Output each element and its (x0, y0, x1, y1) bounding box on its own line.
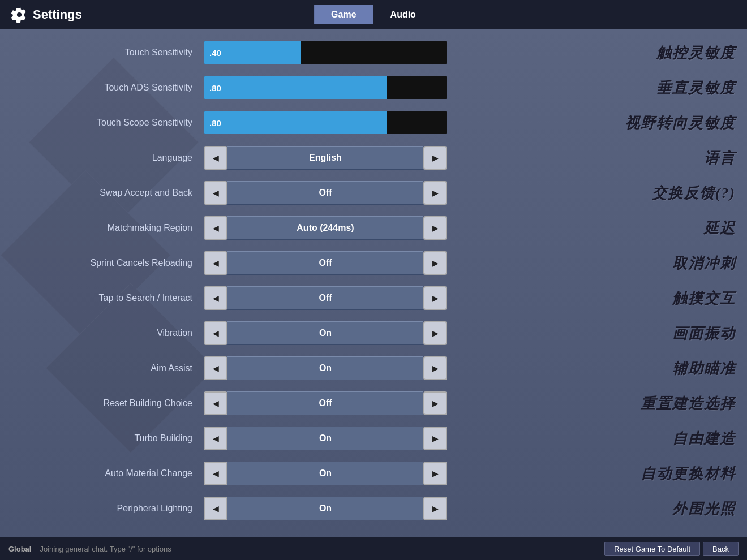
chinese-reset-building-choice: 重置建造选择 (641, 394, 736, 413)
reset-game-button[interactable]: Reset Game To Default (604, 542, 700, 556)
slider-value-touch-sensitivity: .40 (209, 48, 221, 58)
setting-row-touch-sensitivity: Touch Sensitivity .40 触控灵敏度 (0, 35, 747, 70)
label-touch-scope-sensitivity: Touch Scope Sensitivity (11, 118, 204, 128)
label-matchmaking-region: Matchmaking Region (11, 223, 204, 233)
back-button[interactable]: Back (703, 542, 739, 556)
chinese-touch-scope-sensitivity: 视野转向灵敏度 (625, 113, 736, 133)
setting-row-tap-to-search: Tap to Search / Interact ◀ Off ▶ 触摸交互 (0, 281, 747, 316)
label-sprint-cancels-reloading: Sprint Cancels Reloading (11, 258, 204, 268)
toggle-value-sprint-cancels-reloading: Off (227, 251, 423, 275)
arrow-right-tap-to-search[interactable]: ▶ (423, 286, 447, 310)
toggle-value-matchmaking-region: Auto (244ms) (227, 216, 423, 240)
chinese-vibration: 画面振动 (672, 324, 736, 343)
arrow-right-reset-building-choice[interactable]: ▶ (423, 391, 447, 415)
chinese-language: 语言 (704, 148, 736, 168)
chinese-matchmaking-region: 延迟 (704, 218, 736, 238)
arrow-right-turbo-building[interactable]: ▶ (423, 427, 447, 450)
arrow-left-swap-accept-back[interactable]: ◀ (204, 181, 227, 205)
arrow-left-peripheral-lighting[interactable]: ◀ (204, 497, 227, 520)
label-reset-building-choice: Reset Building Choice (11, 398, 204, 408)
app-title: Settings (11, 7, 82, 23)
slider-track-touch-scope-sensitivity[interactable]: .80 (204, 111, 447, 134)
label-aim-assist: Aim Assist (11, 363, 204, 373)
toggle-controls-vibration: ◀ On ▶ (204, 321, 447, 345)
arrow-left-vibration[interactable]: ◀ (204, 321, 227, 345)
label-tap-to-search: Tap to Search / Interact (11, 293, 204, 303)
chinese-touch-ads-sensitivity: 垂直灵敏度 (656, 78, 736, 98)
label-auto-material-change: Auto Material Change (11, 468, 204, 479)
toggle-value-swap-accept-back: Off (227, 181, 423, 205)
setting-row-peripheral-lighting: Peripheral Lighting ◀ On ▶ 外围光照 (0, 491, 747, 526)
main-content: Touch Sensitivity .40 触控灵敏度 Touch ADS Se… (0, 29, 747, 537)
arrow-left-reset-building-choice[interactable]: ◀ (204, 391, 227, 415)
arrow-left-matchmaking-region[interactable]: ◀ (204, 216, 227, 240)
toggle-controls-tap-to-search: ◀ Off ▶ (204, 286, 447, 310)
toggle-controls-language: ◀ English ▶ (204, 146, 447, 170)
toggle-controls-peripheral-lighting: ◀ On ▶ (204, 497, 447, 520)
arrow-right-swap-accept-back[interactable]: ▶ (423, 181, 447, 205)
arrow-right-matchmaking-region[interactable]: ▶ (423, 216, 447, 240)
tab-audio[interactable]: Audio (374, 5, 433, 24)
header-tabs: Game Audio (314, 5, 433, 24)
slider-value-touch-scope-sensitivity: .80 (209, 118, 221, 128)
header: Settings Game Audio (0, 0, 747, 29)
toggle-value-vibration: On (227, 321, 423, 345)
slider-fill-touch-scope-sensitivity: .80 (204, 111, 387, 134)
toggle-value-language: English (227, 146, 423, 170)
arrow-right-language[interactable]: ▶ (423, 146, 447, 170)
toggle-controls-aim-assist: ◀ On ▶ (204, 356, 447, 380)
arrow-right-auto-material-change[interactable]: ▶ (423, 462, 447, 485)
chinese-sprint-cancels-reloading: 取消冲刺 (672, 253, 736, 273)
arrow-left-sprint-cancels-reloading[interactable]: ◀ (204, 251, 227, 275)
arrow-left-tap-to-search[interactable]: ◀ (204, 286, 227, 310)
setting-row-auto-material-change: Auto Material Change ◀ On ▶ 自动更换材料 (0, 456, 747, 491)
toggle-value-reset-building-choice: Off (227, 391, 423, 415)
title-text: Settings (33, 7, 82, 22)
setting-row-matchmaking-region: Matchmaking Region ◀ Auto (244ms) ▶ 延迟 (0, 210, 747, 245)
chat-text: Joining general chat. Type "/" for optio… (40, 545, 596, 553)
arrow-right-vibration[interactable]: ▶ (423, 321, 447, 345)
toggle-controls-swap-accept-back: ◀ Off ▶ (204, 181, 447, 205)
arrow-left-auto-material-change[interactable]: ◀ (204, 462, 227, 485)
slider-track-touch-sensitivity[interactable]: .40 (204, 41, 447, 64)
setting-row-reset-building-choice: Reset Building Choice ◀ Off ▶ 重置建造选择 (0, 386, 747, 421)
toggle-value-turbo-building: On (227, 427, 423, 450)
toggle-controls-turbo-building: ◀ On ▶ (204, 427, 447, 450)
arrow-right-aim-assist[interactable]: ▶ (423, 356, 447, 380)
chinese-aim-assist: 辅助瞄准 (672, 359, 736, 378)
toggle-controls-reset-building-choice: ◀ Off ▶ (204, 391, 447, 415)
footer: Global Joining general chat. Type "/" fo… (0, 537, 747, 560)
tab-game[interactable]: Game (314, 5, 373, 24)
toggle-controls-matchmaking-region: ◀ Auto (244ms) ▶ (204, 216, 447, 240)
slider-value-touch-ads-sensitivity: .80 (209, 83, 221, 93)
setting-row-turbo-building: Turbo Building ◀ On ▶ 自由建造 (0, 421, 747, 456)
label-touch-ads-sensitivity: Touch ADS Sensitivity (11, 83, 204, 93)
toggle-controls-sprint-cancels-reloading: ◀ Off ▶ (204, 251, 447, 275)
setting-row-swap-accept-back: Swap Accept and Back ◀ Off ▶ 交换反馈(?) (0, 175, 747, 210)
toggle-value-auto-material-change: On (227, 462, 423, 485)
setting-row-touch-scope-sensitivity: Touch Scope Sensitivity .80 视野转向灵敏度 (0, 105, 747, 140)
slider-fill-touch-ads-sensitivity: .80 (204, 76, 387, 99)
arrow-right-sprint-cancels-reloading[interactable]: ▶ (423, 251, 447, 275)
label-vibration: Vibration (11, 328, 204, 338)
arrow-left-aim-assist[interactable]: ◀ (204, 356, 227, 380)
setting-row-vibration: Vibration ◀ On ▶ 画面振动 (0, 316, 747, 351)
toggle-value-aim-assist: On (227, 356, 423, 380)
label-peripheral-lighting: Peripheral Lighting (11, 503, 204, 514)
global-label: Global (8, 545, 31, 553)
setting-row-touch-ads-sensitivity: Touch ADS Sensitivity .80 垂直灵敏度 (0, 70, 747, 105)
label-swap-accept-back: Swap Accept and Back (11, 188, 204, 198)
arrow-left-language[interactable]: ◀ (204, 146, 227, 170)
label-language: Language (11, 153, 204, 163)
chinese-turbo-building: 自由建造 (672, 429, 736, 449)
arrow-right-peripheral-lighting[interactable]: ▶ (423, 497, 447, 520)
footer-buttons: Reset Game To Default Back (604, 542, 739, 556)
chinese-peripheral-lighting: 外围光照 (672, 499, 736, 519)
arrow-left-turbo-building[interactable]: ◀ (204, 427, 227, 450)
slider-track-touch-ads-sensitivity[interactable]: .80 (204, 76, 447, 99)
settings-container: Touch Sensitivity .40 触控灵敏度 Touch ADS Se… (0, 35, 747, 526)
chinese-swap-accept-back: 交换反馈(?) (652, 183, 736, 203)
gear-icon (11, 7, 27, 23)
slider-fill-touch-sensitivity: .40 (204, 41, 301, 64)
label-touch-sensitivity: Touch Sensitivity (11, 48, 204, 58)
